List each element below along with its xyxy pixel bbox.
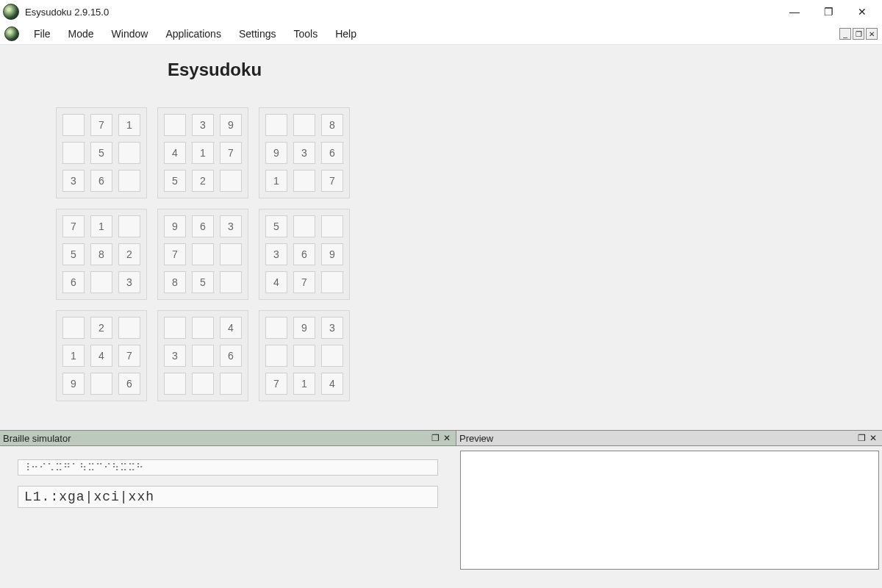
sudoku-cell-7-1[interactable]: 4 <box>90 345 112 367</box>
doc-minimize-button[interactable]: _ <box>839 28 851 40</box>
sudoku-cell-2-5[interactable] <box>220 170 242 192</box>
sudoku-cell-4-4[interactable] <box>192 243 214 265</box>
doc-close-button[interactable]: ✕ <box>866 28 878 40</box>
preview-pane-dock-button[interactable]: ❐ <box>856 432 867 444</box>
sudoku-cell-7-3[interactable]: 3 <box>164 345 186 367</box>
sudoku-cell-4-6[interactable]: 3 <box>265 243 287 265</box>
sudoku-cell-1-7[interactable]: 3 <box>293 142 315 164</box>
sudoku-cell-3-7[interactable] <box>293 215 315 237</box>
menu-help[interactable]: Help <box>326 24 365 44</box>
sudoku-cell-8-0[interactable]: 9 <box>62 373 85 395</box>
sudoku-cell-8-1[interactable] <box>90 373 112 395</box>
sudoku-cell-3-3[interactable]: 9 <box>164 215 186 237</box>
sudoku-cell-4-7[interactable]: 6 <box>293 243 315 265</box>
sudoku-cell-6-5[interactable]: 4 <box>220 317 242 339</box>
sudoku-cell-4-8[interactable]: 9 <box>321 243 343 265</box>
sudoku-cell-3-4[interactable]: 6 <box>192 215 214 237</box>
sudoku-cell-7-0[interactable]: 1 <box>62 345 85 367</box>
sudoku-cell-8-5[interactable] <box>220 373 242 395</box>
sudoku-cell-6-3[interactable] <box>164 317 186 339</box>
sudoku-cell-0-4[interactable]: 3 <box>192 114 214 136</box>
sudoku-cell-8-7[interactable]: 1 <box>293 373 315 395</box>
sudoku-cell-6-6[interactable] <box>265 317 287 339</box>
sudoku-cell-5-3[interactable]: 8 <box>164 271 186 293</box>
braille-pane-close-button[interactable]: ✕ <box>441 432 453 444</box>
sudoku-cell-2-8[interactable]: 7 <box>321 170 343 192</box>
sudoku-cell-5-1[interactable] <box>90 271 112 293</box>
doc-maximize-button[interactable]: ❐ <box>853 28 864 40</box>
sudoku-cell-8-3[interactable] <box>164 373 186 395</box>
sudoku-cell-7-6[interactable] <box>265 345 287 367</box>
sudoku-cell-6-4[interactable] <box>192 317 214 339</box>
sudoku-cell-0-5[interactable]: 9 <box>220 114 242 136</box>
sudoku-cell-0-0[interactable] <box>62 114 85 136</box>
sudoku-cell-0-7[interactable] <box>293 114 315 136</box>
sudoku-cell-3-1[interactable]: 1 <box>90 215 112 237</box>
sudoku-cell-2-6[interactable]: 1 <box>265 170 287 192</box>
menu-window[interactable]: Window <box>103 24 157 44</box>
sudoku-cell-2-0[interactable]: 3 <box>62 170 85 192</box>
sudoku-cell-1-1[interactable]: 5 <box>90 142 112 164</box>
sudoku-cell-8-2[interactable]: 6 <box>118 373 140 395</box>
bottom-panes: Braille simulator ❐ ✕ ⠸⠒⠊⠡⠭⠛⠁⠳⠭⠉⠊⠳⠭⠭⠓⠀⠀⠀… <box>0 430 882 588</box>
sudoku-cell-7-4[interactable] <box>192 345 214 367</box>
sudoku-cell-4-2[interactable]: 2 <box>118 243 140 265</box>
sudoku-cell-1-0[interactable] <box>62 142 85 164</box>
sudoku-cell-8-4[interactable] <box>192 373 214 395</box>
sudoku-cell-3-0[interactable]: 7 <box>62 215 85 237</box>
sudoku-cell-4-5[interactable] <box>220 243 242 265</box>
sudoku-cell-2-4[interactable]: 2 <box>192 170 214 192</box>
sudoku-cell-8-6[interactable]: 7 <box>265 373 287 395</box>
menu-applications[interactable]: Applications <box>157 24 230 44</box>
sudoku-cell-6-2[interactable] <box>118 317 140 339</box>
sudoku-cell-1-8[interactable]: 6 <box>321 142 343 164</box>
sudoku-cell-6-7[interactable]: 9 <box>293 317 315 339</box>
sudoku-cell-4-3[interactable]: 7 <box>164 243 186 265</box>
sudoku-cell-7-5[interactable]: 6 <box>220 345 242 367</box>
sudoku-cell-5-7[interactable]: 7 <box>293 271 315 293</box>
preview-pane-close-button[interactable]: ✕ <box>867 432 879 444</box>
sudoku-cell-1-6[interactable]: 9 <box>265 142 287 164</box>
sudoku-cell-0-3[interactable] <box>164 114 186 136</box>
sudoku-cell-0-1[interactable]: 7 <box>90 114 112 136</box>
sudoku-cell-4-0[interactable]: 5 <box>62 243 85 265</box>
sudoku-cell-4-1[interactable]: 8 <box>90 243 112 265</box>
maximize-button[interactable]: ❐ <box>811 0 845 24</box>
close-button[interactable]: ✕ <box>845 0 879 24</box>
sudoku-cell-1-5[interactable]: 7 <box>220 142 242 164</box>
sudoku-cell-5-6[interactable]: 4 <box>265 271 287 293</box>
sudoku-cell-2-2[interactable] <box>118 170 140 192</box>
sudoku-cell-6-1[interactable]: 2 <box>90 317 112 339</box>
sudoku-cell-5-0[interactable]: 6 <box>62 271 85 293</box>
sudoku-cell-5-2[interactable]: 3 <box>118 271 140 293</box>
sudoku-cell-3-5[interactable]: 3 <box>220 215 242 237</box>
braille-pane-dock-button[interactable]: ❐ <box>429 432 441 444</box>
sudoku-cell-1-3[interactable]: 4 <box>164 142 186 164</box>
sudoku-cell-7-8[interactable] <box>321 345 343 367</box>
sudoku-cell-5-4[interactable]: 5 <box>192 271 214 293</box>
sudoku-cell-0-2[interactable]: 1 <box>118 114 140 136</box>
minimize-button[interactable]: — <box>778 0 811 24</box>
sudoku-cell-2-7[interactable] <box>293 170 315 192</box>
sudoku-cell-0-6[interactable] <box>265 114 287 136</box>
menu-tools[interactable]: Tools <box>284 24 326 44</box>
sudoku-cell-6-8[interactable]: 3 <box>321 317 343 339</box>
sudoku-cell-2-1[interactable]: 6 <box>90 170 112 192</box>
sudoku-cell-5-5[interactable] <box>220 271 242 293</box>
menu-mode[interactable]: Mode <box>60 24 103 44</box>
sudoku-cell-0-8[interactable]: 8 <box>321 114 343 136</box>
sudoku-cell-6-0[interactable] <box>62 317 85 339</box>
sudoku-cell-2-3[interactable]: 5 <box>164 170 186 192</box>
sudoku-cell-1-2[interactable] <box>118 142 140 164</box>
sudoku-cell-8-8[interactable]: 4 <box>321 373 343 395</box>
menu-file[interactable]: File <box>25 24 60 44</box>
menu-settings[interactable]: Settings <box>230 24 285 44</box>
sudoku-cell-7-2[interactable]: 7 <box>118 345 140 367</box>
sudoku-cell-3-8[interactable] <box>321 215 343 237</box>
preview-pane-header: Preview ❐ ✕ <box>456 431 882 446</box>
sudoku-cell-3-6[interactable]: 5 <box>265 215 287 237</box>
sudoku-cell-5-8[interactable] <box>321 271 343 293</box>
sudoku-cell-3-2[interactable] <box>118 215 140 237</box>
sudoku-cell-1-4[interactable]: 1 <box>192 142 214 164</box>
sudoku-cell-7-7[interactable] <box>293 345 315 367</box>
